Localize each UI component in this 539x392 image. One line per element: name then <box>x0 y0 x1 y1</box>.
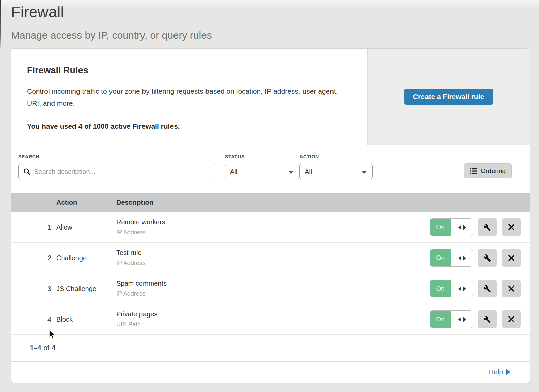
pagination-separator: of <box>43 344 49 352</box>
rule-action: JS Challenge <box>56 285 111 293</box>
rule-action: Block <box>56 315 111 323</box>
rules-usage-count: You have used 4 of 1000 active Firewall … <box>27 122 347 130</box>
action-select[interactable]: All <box>299 164 373 179</box>
card-footer: Help <box>11 362 530 383</box>
action-filter: ACTION All <box>299 154 373 179</box>
status-select-value: All <box>230 168 237 176</box>
page-title: Firewall <box>11 3 539 21</box>
page-header: Firewall Manage access by IP, country, o… <box>0 0 539 41</box>
wrench-icon <box>483 254 491 262</box>
toggle-on-label: On <box>430 219 451 236</box>
toggle-on-label: On <box>430 249 451 266</box>
ordering-button-label: Ordering <box>481 167 506 175</box>
rule-description: Remote workers IP Address <box>116 218 430 236</box>
toggle-arrows-icon <box>451 280 473 297</box>
rule-toggle[interactable]: On <box>430 218 473 236</box>
column-header-action: Action <box>56 199 111 206</box>
status-label: STATUS <box>225 154 299 159</box>
edit-rule-button[interactable] <box>478 249 497 267</box>
toggle-arrows-icon <box>451 249 473 266</box>
search-label: SEARCH <box>18 154 215 159</box>
ordered-list-icon <box>470 168 477 174</box>
rules-info: Firewall Rules Control incoming traffic … <box>11 49 367 145</box>
rule-description: Spam comments IP Address <box>116 280 430 297</box>
wrench-icon <box>483 223 491 231</box>
table-row: 4 Block Private pages URI Path On <box>11 304 530 335</box>
rule-description-title: Test rule <box>116 249 430 257</box>
page-subtitle: Manage access by IP, country, or query r… <box>11 30 539 41</box>
rule-controls: On <box>430 218 530 236</box>
rule-toggle[interactable]: On <box>430 280 473 297</box>
rule-description-title: Private pages <box>116 310 430 318</box>
rule-match-type: IP Address <box>116 290 430 297</box>
rule-priority: 3 <box>11 285 51 293</box>
rule-action: Allow <box>56 223 111 231</box>
toggle-on-label: On <box>430 280 451 297</box>
close-icon <box>508 316 515 323</box>
rule-description: Test rule IP Address <box>116 249 430 267</box>
search-icon <box>23 168 31 175</box>
search-box <box>18 164 215 179</box>
table-row: 2 Challenge Test rule IP Address On <box>11 243 530 273</box>
action-label: ACTION <box>299 154 373 159</box>
status-filter: STATUS All <box>225 154 299 179</box>
filters-bar: SEARCH STATUS All ACTION All <box>11 145 530 193</box>
column-header-description: Description <box>116 199 530 206</box>
close-icon <box>508 224 515 231</box>
table-row: 3 JS Challenge Spam comments IP Address … <box>11 273 530 304</box>
rules-summary-section: Firewall Rules Control incoming traffic … <box>11 49 530 145</box>
close-icon <box>508 254 515 261</box>
chevron-down-icon <box>288 171 294 174</box>
rule-description: Private pages URI Path <box>116 310 430 328</box>
rule-priority: 4 <box>11 315 51 323</box>
wrench-icon <box>483 315 491 323</box>
pagination-total: 4 <box>52 344 55 352</box>
wrench-icon <box>483 285 491 293</box>
rule-description-title: Spam comments <box>116 280 430 288</box>
rule-match-type: URI Path <box>116 321 430 328</box>
toggle-on-label: On <box>430 311 451 328</box>
table-row: 1 Allow Remote workers IP Address On <box>11 212 530 243</box>
search-input[interactable] <box>18 164 215 179</box>
firewall-rules-card: Firewall Rules Control incoming traffic … <box>11 48 530 383</box>
delete-rule-button[interactable] <box>502 218 521 236</box>
rule-toggle[interactable]: On <box>430 310 473 328</box>
rule-controls: On <box>430 280 530 297</box>
help-link[interactable]: Help <box>488 368 510 376</box>
action-select-value: All <box>305 168 312 176</box>
delete-rule-button[interactable] <box>502 249 521 267</box>
rule-priority: 1 <box>11 223 51 231</box>
rule-action: Challenge <box>56 254 111 262</box>
window-left-edge <box>0 0 1 51</box>
toggle-arrows-icon <box>451 219 473 236</box>
ordering-button[interactable]: Ordering <box>464 163 512 178</box>
create-rule-panel: Create a Firewall rule <box>367 49 530 145</box>
rule-controls: On <box>430 310 530 328</box>
triangle-right-icon <box>506 369 510 375</box>
help-link-label: Help <box>488 368 503 376</box>
delete-rule-button[interactable] <box>502 280 521 297</box>
pagination-range: 1–4 <box>30 344 41 352</box>
rule-controls: On <box>430 249 530 267</box>
chevron-down-icon <box>361 171 367 174</box>
rules-description: Control incoming traffic to your zone by… <box>27 85 347 110</box>
pagination: 1–4 of 4 <box>11 335 530 362</box>
table-header: Action Description <box>11 193 530 212</box>
rule-toggle[interactable]: On <box>430 249 473 267</box>
delete-rule-button[interactable] <box>502 310 521 328</box>
search-filter: SEARCH <box>18 154 215 179</box>
status-select[interactable]: All <box>225 164 299 179</box>
rule-match-type: IP Address <box>116 260 430 267</box>
rule-priority: 2 <box>11 254 51 262</box>
rule-description-title: Remote workers <box>116 218 430 226</box>
toggle-arrows-icon <box>451 311 473 328</box>
rule-match-type: IP Address <box>116 229 430 236</box>
close-icon <box>508 285 515 292</box>
rules-heading: Firewall Rules <box>27 65 347 76</box>
create-firewall-rule-button[interactable]: Create a Firewall rule <box>404 89 493 105</box>
edit-rule-button[interactable] <box>478 310 497 328</box>
edit-rule-button[interactable] <box>478 280 497 297</box>
edit-rule-button[interactable] <box>478 218 497 236</box>
